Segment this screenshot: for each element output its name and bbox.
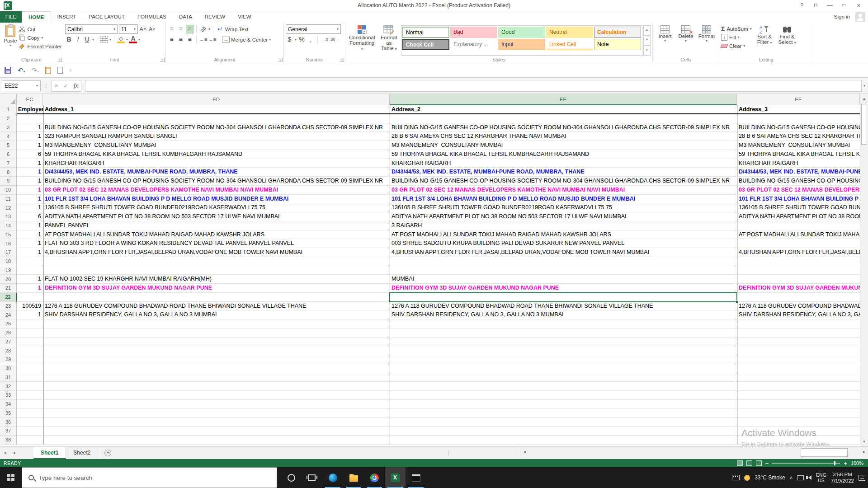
previous-sheet-icon[interactable]: ◄ — [0, 447, 10, 459]
row-header-28[interactable]: 28 — [0, 346, 17, 355]
row-header-31[interactable]: 31 — [0, 373, 17, 382]
cell-EE30[interactable] — [390, 364, 737, 373]
cell-EF2[interactable] — [737, 114, 860, 123]
insert-cells-button[interactable]: ← Insert▾ — [655, 24, 675, 56]
cell-EF36[interactable] — [737, 418, 860, 427]
cell-ED13[interactable]: ADITYA NATH APARTMENT PLOT NO 38 ROOM NO… — [43, 212, 390, 221]
comma-format-button[interactable]: , — [307, 36, 315, 43]
cell-EC16[interactable]: 1 — [17, 239, 43, 248]
display-tray-icon[interactable] — [797, 475, 804, 480]
cell-EC18[interactable] — [17, 257, 43, 266]
vertical-scrollbar[interactable]: ▲ ▼ — [860, 94, 868, 446]
cell-EC36[interactable] — [17, 418, 43, 427]
cell-EE18[interactable] — [390, 257, 737, 266]
weather-widget[interactable]: 33°C Smoke — [755, 474, 785, 481]
cell-EC38[interactable] — [17, 436, 43, 445]
decrease-indent-icon[interactable]: ←≡ — [199, 36, 207, 43]
page-layout-view-icon[interactable] — [746, 460, 752, 466]
cell-EE36[interactable] — [390, 418, 737, 427]
ribbon-display-options-icon[interactable]: ⊓ — [809, 0, 822, 11]
cell-EE5[interactable]: M3 MANGEMENY CONSULTANY MUMBAI — [390, 141, 737, 150]
cell-ED38[interactable] — [43, 436, 390, 445]
cell-EE32[interactable] — [390, 382, 737, 391]
cell-EE27[interactable] — [390, 338, 737, 347]
search-input[interactable]: Type here to search — [22, 467, 277, 488]
cell-ED19[interactable] — [43, 266, 390, 275]
bottom-align-icon[interactable]: ≡ — [186, 25, 193, 33]
cell-EF29[interactable] — [737, 355, 860, 364]
cell-EE38[interactable] — [390, 436, 737, 445]
cell-EE9[interactable]: BUILDING NO-G/15 GANESH CO-OP HOUSING SO… — [390, 177, 737, 186]
cell-EF7[interactable]: KHARGHAR RAIGARH — [737, 159, 860, 168]
cell-EC13[interactable]: 6 — [17, 212, 43, 221]
cell-EE7[interactable]: KHARGHAR RAIGARH — [390, 159, 737, 168]
cell-EF22[interactable] — [737, 293, 860, 302]
row-header-5[interactable]: 5 — [0, 141, 17, 150]
cell-EF18[interactable] — [737, 257, 860, 266]
cell-style-neutral[interactable]: Neutral — [546, 27, 593, 38]
styles-more-button[interactable]: ⇟ — [643, 46, 651, 56]
cell-EC25[interactable] — [17, 319, 43, 328]
cell-ED11[interactable]: 101 FLR 1ST 3/4 LOHA BHAVAN BUILDING P D… — [43, 195, 390, 204]
cell-EC8[interactable]: 1 — [17, 168, 43, 177]
confirm-entry-icon[interactable]: ✓ — [64, 83, 68, 89]
cell-EF12[interactable]: 136105 B SHREE SHRUTI TOWER GOAD BUNDER0… — [737, 203, 860, 212]
cell-EF38[interactable] — [737, 436, 860, 445]
cell-EF10[interactable]: 03 GR PLOT 02 SEC 12 MANAS DEVELOPERS KA… — [737, 186, 860, 195]
cell-EC35[interactable] — [17, 409, 43, 418]
cell-ED9[interactable]: BUILDING NO-G/15 GANESH CO-OP HOUSING SO… — [43, 177, 390, 186]
cell-EF34[interactable] — [737, 400, 860, 409]
row-header-4[interactable]: 4 — [0, 132, 17, 141]
ribbon-tab-insert[interactable]: INSERT — [51, 11, 83, 23]
user-avatar[interactable] — [855, 12, 865, 22]
maximize-button[interactable]: □ — [837, 0, 850, 11]
cell-EC19[interactable] — [17, 266, 43, 275]
font-color-icon[interactable]: A — [129, 36, 137, 43]
cell-EE12[interactable]: 136105 B SHREE SHRUTI TOWER GOAD BUNDER0… — [390, 203, 737, 212]
edge-button[interactable] — [322, 467, 343, 488]
cell-EE10[interactable]: 03 GR PLOT 02 SEC 12 MANAS DEVELOPERS KA… — [390, 186, 737, 195]
row-header-1[interactable]: 1 — [0, 105, 17, 114]
cell-EC29[interactable] — [17, 355, 43, 364]
cell-EF20[interactable] — [737, 275, 860, 284]
cell-ED23[interactable]: 1276 A 118 GURUDEV COMPOUND BHADWAD ROAD… — [43, 302, 390, 311]
row-header-24[interactable]: 24 — [0, 310, 17, 319]
row-header-2[interactable]: 2 — [0, 114, 17, 123]
row-header-6[interactable]: 6 — [0, 150, 17, 159]
volume-icon[interactable] — [808, 475, 811, 480]
language-indicator[interactable]: ENGUS — [816, 472, 826, 483]
decrease-decimal-button[interactable]: .00→ — [330, 36, 337, 43]
cell-EC37[interactable] — [17, 427, 43, 436]
cell-EC10[interactable]: 1 — [17, 186, 43, 195]
cell-EE14[interactable]: 3 RAIGARH — [390, 221, 737, 230]
delete-cells-button[interactable]: × Delete▾ — [675, 24, 696, 56]
cell-EE26[interactable] — [390, 328, 737, 338]
cell-EF28[interactable] — [737, 346, 860, 355]
formula-bar-splitter[interactable]: ⋮ — [43, 83, 49, 89]
normal-view-icon[interactable] — [737, 460, 743, 466]
cell-ED4[interactable]: 323 RAMPUR SANGALI RAMPUR SANGLI SANGLI — [43, 132, 390, 141]
zoom-slider[interactable] — [772, 463, 840, 464]
cell-EF24[interactable]: SHIV DARSHAN RESIDENCY, GALLA NO 3, GALL… — [737, 310, 860, 319]
cell-EC30[interactable] — [17, 364, 43, 373]
cell-EF9[interactable]: BUILDING NO-G/15 GANESH CO-OP HOUSING SO… — [737, 177, 860, 186]
new-sheet-button[interactable]: + — [104, 450, 111, 456]
alignment-dialog-launcher[interactable]: ↘ — [278, 57, 283, 62]
shrink-font-button[interactable]: A˅ — [148, 25, 156, 33]
cell-EC12[interactable]: 1 — [17, 203, 43, 212]
cell-EE1[interactable]: Address_2 — [390, 105, 737, 114]
cell-ED1[interactable]: Address_1 — [43, 105, 390, 114]
cell-ED18[interactable] — [43, 257, 390, 266]
row-header-16[interactable]: 16 — [0, 239, 17, 248]
increase-decimal-button[interactable]: ←.0 — [321, 36, 328, 43]
tray-expand-chevron-icon[interactable]: ˄ — [790, 475, 793, 480]
cell-EF32[interactable] — [737, 382, 860, 391]
number-dialog-launcher[interactable]: ↘ — [340, 57, 344, 62]
cell-EE34[interactable] — [390, 400, 737, 409]
cell-EF37[interactable] — [737, 427, 860, 436]
cell-EF11[interactable]: 101 FLR 1ST 3/4 LOHA BHAVAN BUILDING P D… — [737, 195, 860, 204]
cell-EC3[interactable]: 1 — [17, 123, 43, 132]
sheet-tab-sheet1[interactable]: Sheet1 — [33, 447, 66, 459]
cell-ED17[interactable]: 4,BHUSHAN APPT,GRN FLOR FLR,JASAI,BELPAD… — [43, 248, 390, 257]
cell-EC22[interactable] — [17, 293, 43, 302]
